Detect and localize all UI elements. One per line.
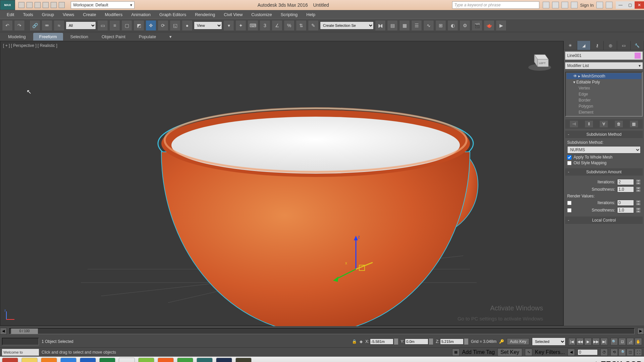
prev-frame-button[interactable]: ◀◀ (576, 338, 584, 345)
menu-edit[interactable]: Edit (3, 11, 18, 18)
stack-meshsmooth[interactable]: 👁 ▸ MeshSmooth (567, 73, 641, 79)
ribbon-freeform[interactable]: Freeform (33, 33, 63, 41)
object-name-field[interactable]: Line001 (567, 53, 582, 58)
object-color-swatch[interactable] (635, 53, 641, 59)
taskbar-word[interactable]: W (80, 358, 96, 362)
taskbar-camera[interactable]: 📷 (235, 358, 252, 362)
taskbar-vlc[interactable]: ▲ (41, 358, 57, 362)
viewport-perspective[interactable]: [ + ] [ Perspective ] [ Realistic ] ↖ (0, 41, 564, 326)
viewcube[interactable]: LEFT (526, 48, 553, 75)
move-button[interactable]: ✥ (146, 20, 156, 31)
undo-button[interactable]: ↶ (2, 20, 13, 31)
rsmooth-down-icon[interactable]: ▼ (636, 210, 641, 213)
stack-border[interactable]: Border (567, 97, 641, 103)
isolate-icon[interactable]: ◈ (360, 339, 363, 344)
named-selection-select[interactable]: Create Selection Se (320, 21, 374, 29)
taskbar-ie[interactable]: e (60, 358, 76, 362)
add-time-tag[interactable]: Add Time Tag (462, 349, 495, 355)
favorite-icon[interactable] (561, 2, 568, 8)
render-frame-button[interactable]: 🎬 (472, 20, 482, 31)
y-field[interactable] (405, 339, 428, 345)
smoothness-field[interactable] (617, 186, 634, 192)
stack-polygon[interactable]: Polygon (567, 103, 641, 109)
timeline-next[interactable]: ▶ (637, 328, 644, 335)
menu-rendering[interactable]: Rendering (191, 11, 219, 18)
rollout-subdiv-method[interactable]: Subdivision Method (565, 131, 643, 138)
ribbon-expand-icon[interactable]: ▾ (163, 33, 178, 41)
unlink-button[interactable]: ⚮ (42, 20, 52, 31)
next-frame-button[interactable]: ▶▶ (592, 338, 600, 345)
mirror-button[interactable]: ◗◖ (375, 20, 386, 31)
taskbar-chrome[interactable]: ◉ (119, 358, 135, 362)
rotate-button[interactable]: ⟳ (158, 20, 168, 31)
smooth-up-icon[interactable]: ▲ (636, 187, 641, 189)
qat-open-icon[interactable] (26, 2, 33, 8)
key-icon[interactable]: 🔑 (499, 339, 504, 344)
scale-button[interactable]: ◱ (170, 20, 180, 31)
ribbon-selection[interactable]: Selection (64, 33, 94, 41)
select-object-button[interactable]: ▭ (97, 20, 108, 31)
unique-icon[interactable]: ∀ (600, 121, 608, 127)
render-setup-button[interactable]: ⚙ (460, 20, 470, 31)
search-input[interactable]: Type a keyword or phrase (452, 1, 539, 9)
qat-redo-icon[interactable] (51, 2, 57, 8)
taskbar-3dsmax[interactable]: 3d (197, 358, 213, 362)
cp-tab-motion-icon[interactable]: ◎ (604, 41, 617, 50)
taskbar-corel[interactable]: ✎ (177, 358, 193, 362)
render-iter-field[interactable] (617, 200, 634, 206)
app-logo[interactable]: MAX (0, 0, 15, 10)
old-style-checkbox[interactable] (567, 161, 572, 165)
user-icon[interactable] (571, 2, 578, 8)
taskbar-explorer[interactable]: 📁 (21, 358, 38, 362)
maximize-button[interactable]: ▢ (625, 1, 635, 9)
material-editor-button[interactable]: ◐ (447, 20, 458, 31)
subscription-icon[interactable] (543, 2, 549, 8)
timeline-prev[interactable]: ◀ (0, 328, 7, 335)
render-iter-checkbox[interactable] (567, 201, 572, 205)
manipulate-button[interactable]: ✦ (235, 20, 246, 31)
taskbar-photoshop[interactable]: Ps (216, 358, 232, 362)
signin-link[interactable]: Sign In (580, 3, 594, 8)
frame-back-icon[interactable]: ◀ (568, 349, 575, 356)
snap-3-button[interactable]: 3 (260, 20, 270, 31)
subdiv-method-select[interactable]: NURMS (567, 146, 641, 154)
taskbar-dreamweaver[interactable]: Dw (138, 358, 154, 362)
y-spin[interactable] (429, 339, 433, 345)
taskbar-excel[interactable]: X (99, 358, 115, 362)
nav-pan-button[interactable]: ✋ (635, 338, 642, 345)
spinner-snap-button[interactable]: ⇅ (296, 20, 307, 31)
goto-start-button[interactable]: |◀ (568, 338, 576, 345)
keyboard-shortcut-button[interactable]: ⌨ (248, 20, 258, 31)
nav-region-button[interactable]: ◫ (627, 349, 634, 356)
ribbon-populate[interactable]: Populate (133, 33, 162, 41)
qat-save-icon[interactable] (35, 2, 41, 8)
percent-snap-button[interactable]: % (284, 20, 294, 31)
key-filters-link[interactable]: Key Filters... (535, 349, 565, 355)
menu-help[interactable]: Help (302, 11, 319, 18)
remove-mod-icon[interactable]: 🗑 (615, 121, 623, 127)
exchange-icon[interactable] (552, 2, 559, 8)
menu-customize[interactable]: Customize (247, 11, 276, 18)
timeline-thumb[interactable]: 0 / 100 (11, 328, 38, 334)
iter-up-icon[interactable]: ▲ (636, 179, 641, 182)
show-end-icon[interactable]: Ⅱ (585, 121, 593, 127)
setkey-button[interactable]: Set Key (497, 348, 522, 356)
timeline-slider[interactable]: 0 / 100 (9, 328, 635, 334)
menu-animation[interactable]: Animation (127, 11, 155, 18)
cp-tab-utilities-icon[interactable]: 🔧 (631, 41, 644, 50)
layer-button[interactable]: ▦ (399, 20, 410, 31)
configure-icon[interactable]: ▦ (630, 121, 638, 127)
ribbon-modeling[interactable]: Modeling (2, 33, 32, 41)
apply-whole-mesh-checkbox[interactable] (567, 155, 572, 160)
menu-grapheditors[interactable]: Graph Editors (155, 11, 190, 18)
menu-modifiers[interactable]: Modifiers (101, 11, 126, 18)
ref-coord-select[interactable]: View (194, 21, 222, 29)
render-smooth-field[interactable] (617, 207, 634, 213)
autokey-button[interactable]: Auto Key (507, 338, 529, 345)
key-mode-icon[interactable]: ∿ (525, 349, 532, 356)
taskbar-tally[interactable]: Tally (2, 358, 18, 362)
riter-up-icon[interactable]: ▲ (636, 200, 641, 203)
minimize-button[interactable]: ― (616, 1, 625, 9)
track-tag[interactable] (2, 338, 39, 345)
model-cup[interactable] (0, 41, 564, 326)
